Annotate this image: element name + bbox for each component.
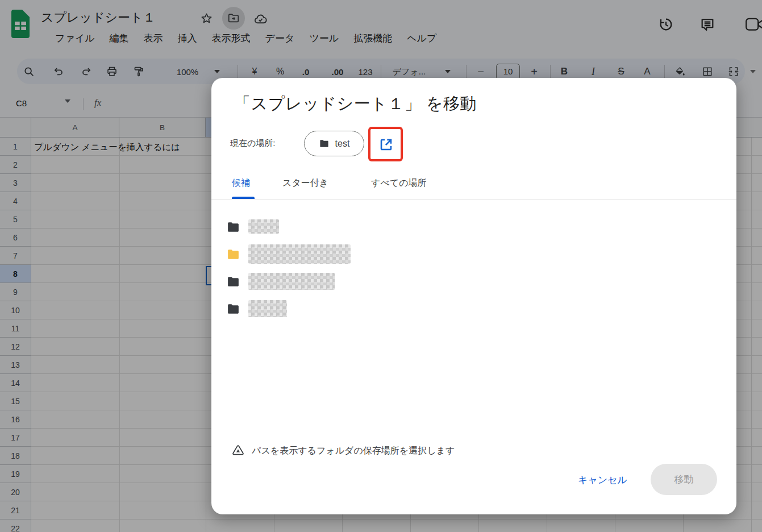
redacted-folder-name bbox=[248, 273, 335, 290]
drive-path-icon bbox=[231, 444, 245, 458]
folder-list-item[interactable] bbox=[211, 213, 736, 240]
tab-all-locations[interactable]: すべての場所 bbox=[371, 177, 427, 189]
folder-icon bbox=[226, 220, 240, 234]
cancel-button[interactable]: キャンセル bbox=[571, 469, 634, 491]
folder-icon bbox=[319, 138, 330, 149]
folder-icon bbox=[226, 302, 240, 316]
folder-list-item[interactable] bbox=[211, 268, 736, 295]
redacted-folder-name bbox=[248, 244, 351, 264]
tab-starred[interactable]: スター付き bbox=[282, 177, 328, 189]
redacted-folder-name bbox=[248, 300, 287, 317]
folder-icon bbox=[226, 275, 240, 289]
tab-suggested[interactable]: 候補 bbox=[232, 177, 250, 189]
current-folder-name: test bbox=[335, 139, 350, 149]
redacted-folder-name bbox=[248, 219, 279, 234]
current-location-label: 現在の場所: bbox=[230, 138, 276, 149]
dialog-hint: パスを表示するフォルダの保存場所を選択します bbox=[231, 444, 455, 458]
folder-list-item[interactable] bbox=[211, 240, 736, 268]
hint-text: パスを表示するフォルダの保存場所を選択します bbox=[252, 445, 455, 457]
dialog-title: 「スプレッドシート１」 を移動 bbox=[234, 93, 477, 115]
folder-icon-shared bbox=[226, 247, 240, 261]
move-button-disabled[interactable]: 移動 bbox=[651, 464, 717, 495]
screen: { "app": { "doc_title": "スプレッドシート１" }, "… bbox=[0, 0, 762, 532]
open-in-new-icon[interactable] bbox=[377, 136, 394, 153]
current-folder-chip[interactable]: test bbox=[304, 131, 364, 156]
folder-list-item[interactable] bbox=[211, 295, 736, 322]
dialog-tabs: 候補 スター付き すべての場所 bbox=[211, 171, 736, 200]
tabs-divider bbox=[211, 199, 736, 200]
move-dialog: 「スプレッドシート１」 を移動 現在の場所: test 候補 スター付き すべて… bbox=[211, 78, 736, 514]
